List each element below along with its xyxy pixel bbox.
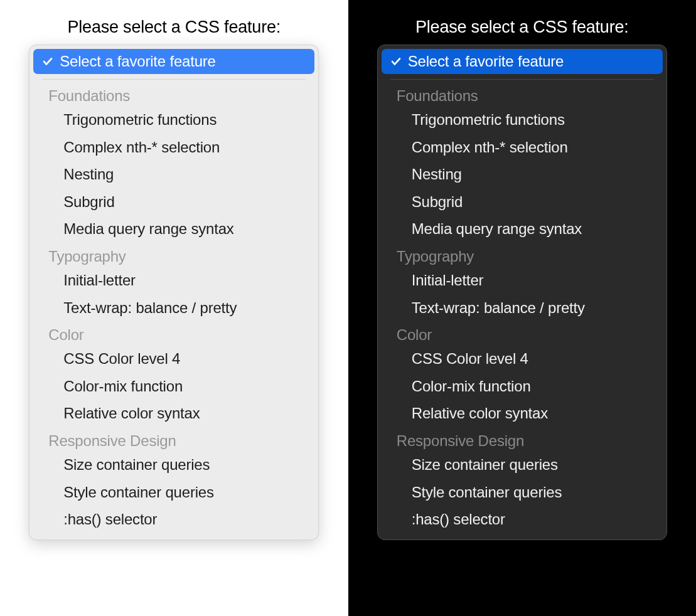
option-item[interactable]: Nesting [37, 161, 311, 188]
group-label: Responsive Design [37, 427, 311, 451]
group-label: Foundations [37, 82, 311, 106]
group-label: Color [37, 321, 311, 345]
option-item[interactable]: Subgrid [37, 188, 311, 216]
option-item[interactable]: CSS Color level 4 [385, 345, 659, 373]
option-item[interactable]: Text-wrap: balance / pretty [385, 294, 659, 322]
select-dropdown[interactable]: Select a favorite feature Foundations Tr… [377, 45, 667, 540]
option-item[interactable]: Color-mix function [37, 373, 311, 400]
selected-option-label: Select a favorite feature [60, 53, 215, 70]
option-list: Foundations Trigonometric functions Comp… [33, 82, 314, 533]
group-label: Color [385, 321, 659, 345]
option-item[interactable]: Trigonometric functions [37, 106, 311, 134]
divider [390, 79, 654, 80]
checkmark-icon [390, 56, 402, 67]
option-item[interactable]: Style container queries [385, 479, 659, 506]
option-item[interactable]: Size container queries [37, 451, 311, 479]
option-item[interactable]: Size container queries [385, 451, 659, 479]
prompt-label: Please select a CSS feature: [67, 18, 281, 37]
option-item[interactable]: Complex nth-* selection [385, 134, 659, 161]
divider [42, 79, 306, 80]
option-item[interactable]: Initial-letter [37, 267, 311, 294]
selected-option[interactable]: Select a favorite feature [382, 49, 663, 74]
option-item[interactable]: CSS Color level 4 [37, 345, 311, 373]
option-item[interactable]: Media query range syntax [37, 215, 311, 243]
group-label: Responsive Design [385, 427, 659, 451]
option-item[interactable]: Text-wrap: balance / pretty [37, 294, 311, 322]
option-item[interactable]: Subgrid [385, 188, 659, 216]
selected-option[interactable]: Select a favorite feature [33, 49, 314, 74]
option-list: Foundations Trigonometric functions Comp… [382, 82, 663, 533]
option-item[interactable]: Media query range syntax [385, 215, 659, 243]
option-item[interactable]: Complex nth-* selection [37, 134, 311, 161]
option-item[interactable]: Trigonometric functions [385, 106, 659, 134]
option-item[interactable]: Initial-letter [385, 267, 659, 294]
option-item[interactable]: Relative color syntax [385, 400, 659, 427]
option-item[interactable]: :has() selector [37, 506, 311, 533]
option-item[interactable]: :has() selector [385, 506, 659, 533]
group-label: Typography [37, 243, 311, 267]
dark-mode-panel: Please select a CSS feature: Select a fa… [348, 0, 697, 616]
option-item[interactable]: Relative color syntax [37, 400, 311, 427]
option-item[interactable]: Style container queries [37, 479, 311, 506]
light-mode-panel: Please select a CSS feature: Select a fa… [0, 0, 348, 616]
group-label: Foundations [385, 82, 659, 106]
option-item[interactable]: Color-mix function [385, 373, 659, 400]
select-dropdown[interactable]: Select a favorite feature Foundations Tr… [29, 45, 319, 540]
group-label: Typography [385, 243, 659, 267]
prompt-label: Please select a CSS feature: [415, 18, 629, 37]
checkmark-icon [42, 56, 53, 67]
option-item[interactable]: Nesting [385, 161, 659, 188]
selected-option-label: Select a favorite feature [408, 53, 564, 70]
